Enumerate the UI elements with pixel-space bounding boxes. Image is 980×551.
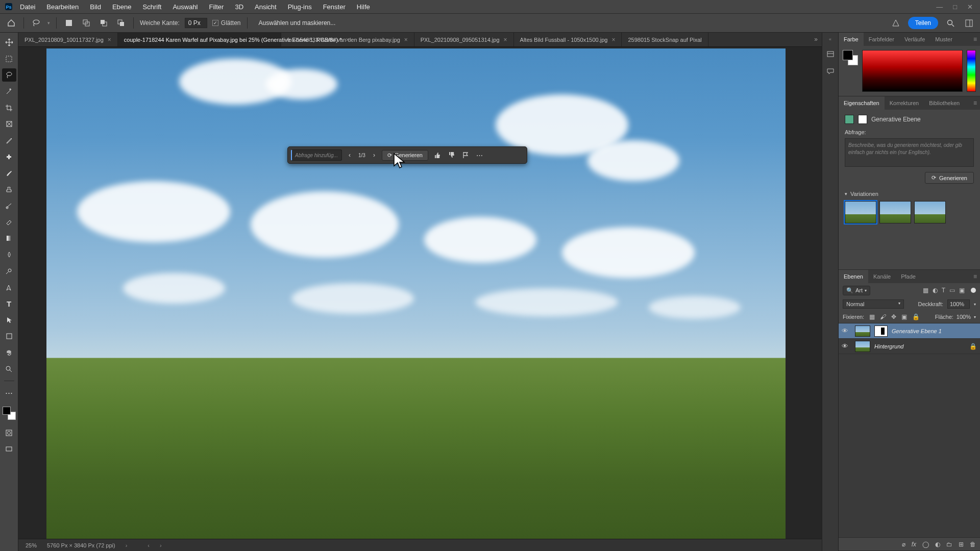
search-icon[interactable] [944,17,957,29]
tab-bibliotheken[interactable]: Bibliotheken [924,96,965,110]
tab-close-icon[interactable]: × [108,36,111,43]
variation-prev-icon[interactable]: ‹ [345,149,354,161]
document-tab[interactable]: couple-1718244 Karen Warfel auf Pixabay.… [118,33,281,46]
heal-tool-icon[interactable] [2,150,16,163]
info-chevron-icon[interactable]: › [126,542,128,548]
brush-tool-icon[interactable] [2,166,16,180]
layer-filter-dropdown[interactable]: 🔍 Art ▾ [843,286,870,295]
window-maximize-icon[interactable]: □ [953,3,957,11]
menu-3d[interactable]: 3D [230,1,248,13]
home-icon[interactable] [5,17,17,29]
prompt-input[interactable]: Abfrage hinzufüg... [291,149,342,161]
lock-transparent-icon[interactable]: ▦ [869,313,875,320]
lasso-tool-icon[interactable] [2,68,16,82]
scroll-right-icon[interactable]: › [160,542,162,548]
lock-position-icon[interactable]: ✥ [891,313,896,320]
tab-ebenen[interactable]: Ebenen [839,270,868,283]
screen-mode-icon[interactable] [2,442,16,456]
menu-fenster[interactable]: Fenster [318,1,350,13]
expand-icon[interactable]: « [829,37,831,42]
filter-shape-icon[interactable]: ▭ [949,287,955,294]
document-tab[interactable]: Altes Bild Fussball - 1050x1500.jpg× [514,33,622,46]
variation-next-icon[interactable]: › [370,149,379,161]
crop-tool-icon[interactable] [2,101,16,114]
generate-button[interactable]: ⟳ Generieren [382,150,428,161]
type-tool-icon[interactable]: T [2,297,16,310]
visibility-toggle-icon[interactable]: 👁 [842,327,851,335]
lock-paint-icon[interactable]: 🖌 [880,313,886,320]
opacity-input[interactable]: 100% [947,299,970,309]
color-swatches[interactable] [3,407,16,420]
panel-menu-icon[interactable]: ≡ [970,33,980,46]
lock-artboard-icon[interactable]: ▣ [901,313,907,320]
menu-schrift[interactable]: Schrift [138,1,166,13]
select-and-mask-button[interactable]: Auswählen und maskieren... [254,17,341,29]
layer-name[interactable]: Hintergrund [874,343,903,349]
menu-datei[interactable]: Datei [15,1,40,13]
gradient-tool-icon[interactable] [2,232,16,245]
window-minimize-icon[interactable]: — [936,3,943,11]
delete-layer-icon[interactable]: 🗑 [970,541,976,548]
selection-subtract-icon[interactable] [97,17,110,29]
variations-header[interactable]: ▾Variationen [845,191,974,197]
menu-plugins[interactable]: Plug-ins [283,1,316,13]
layer-row[interactable]: 👁 Generative Ebene 1 [839,323,980,339]
tab-eigenschaften[interactable]: Eigenschaften [839,96,885,110]
stamp-tool-icon[interactable] [2,183,16,196]
tab-verlaeufe[interactable]: Verläufe [899,33,930,46]
layer-row[interactable]: 👁 Hintergrund 🔒 [839,339,980,354]
hue-slider[interactable] [967,50,976,92]
new-layer-icon[interactable]: ⊞ [959,541,964,548]
filter-smart-icon[interactable]: ▣ [959,287,965,294]
magic-wand-tool-icon[interactable] [2,85,16,98]
layer-name[interactable]: Generative Ebene 1 [892,328,942,334]
blur-tool-icon[interactable] [2,248,16,261]
frame-tool-icon[interactable] [2,117,16,131]
adjustment-layer-icon[interactable]: ◐ [935,541,940,548]
lock-icon[interactable]: 🔒 [969,343,977,350]
cloud-docs-icon[interactable] [890,17,902,29]
tab-pfade[interactable]: Pfade [896,270,921,283]
tab-close-icon[interactable]: × [504,36,507,43]
layer-fx-icon[interactable]: fx [912,541,916,548]
fill-input[interactable]: 100% [957,314,971,320]
selection-intersect-icon[interactable] [115,17,127,29]
tab-farbfelder[interactable]: Farbfelder [864,33,899,46]
panel-menu-icon[interactable]: ≡ [970,270,980,283]
share-button[interactable]: Teilen [908,17,938,29]
pen-tool-icon[interactable] [2,281,16,294]
tab-close-icon[interactable]: × [404,36,408,43]
flag-icon[interactable] [460,149,471,161]
tab-kanaele[interactable]: Kanäle [868,270,896,283]
marquee-tool-icon[interactable] [2,52,16,65]
layer-thumbnail[interactable] [855,341,870,352]
new-group-icon[interactable]: 🗀 [946,541,952,548]
thumbs-down-icon[interactable] [446,149,457,161]
layer-mask-thumbnail[interactable] [874,325,888,337]
workspace-icon[interactable] [963,17,975,29]
variation-thumb[interactable] [914,201,946,223]
link-layers-icon[interactable]: ⌀ [902,541,905,548]
panel-menu-icon[interactable]: ≡ [970,96,980,110]
document-tab[interactable]: PXL_20210908_095051314.jpg× [414,33,514,46]
menu-ebene[interactable]: Ebene [108,1,136,13]
lasso-tool-icon[interactable] [30,17,42,29]
color-picker-field[interactable] [862,50,963,92]
layer-mask-icon[interactable]: ◯ [922,541,929,548]
filter-pixel-icon[interactable]: ▦ [923,287,928,294]
visibility-toggle-icon[interactable]: 👁 [842,342,851,350]
document-tab[interactable]: fox-1540833 Yvette van den Berg pixabay.… [281,33,414,46]
filter-type-icon[interactable]: T [942,287,945,294]
menu-hilfe[interactable]: Hilfe [352,1,375,13]
selection-new-icon[interactable] [63,17,75,29]
history-panel-icon[interactable] [825,49,836,59]
tab-korrekturen[interactable]: Korrekturen [885,96,924,110]
generate-button[interactable]: ⟳ Generieren [925,172,974,184]
layer-thumbnail[interactable] [855,325,870,337]
menu-auswahl[interactable]: Auswahl [168,1,202,13]
prompt-textarea[interactable]: Beschreibe, was du generieren möchtest, … [845,138,974,167]
antialias-checkbox[interactable]: ✓ Glätten [212,19,241,27]
variation-thumb[interactable] [879,201,911,223]
menu-filter[interactable]: Filter [205,1,229,13]
scroll-left-icon[interactable]: ‹ [148,542,150,548]
